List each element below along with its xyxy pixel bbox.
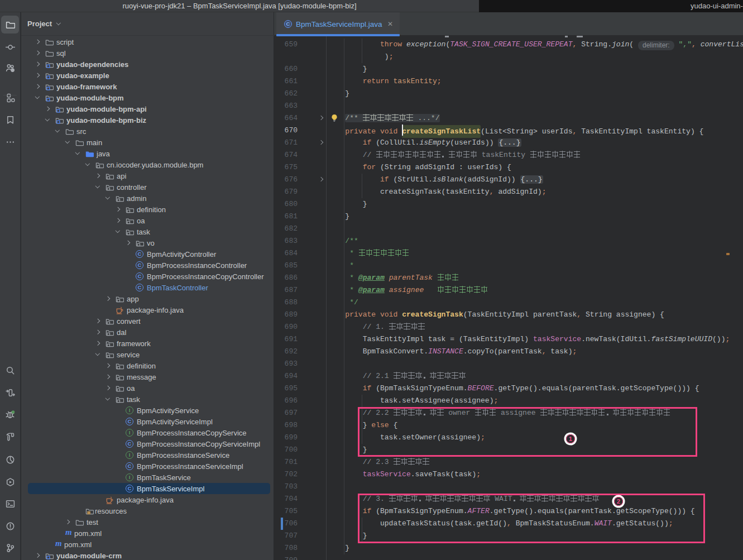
svg-text:?: ? [11, 69, 13, 72]
